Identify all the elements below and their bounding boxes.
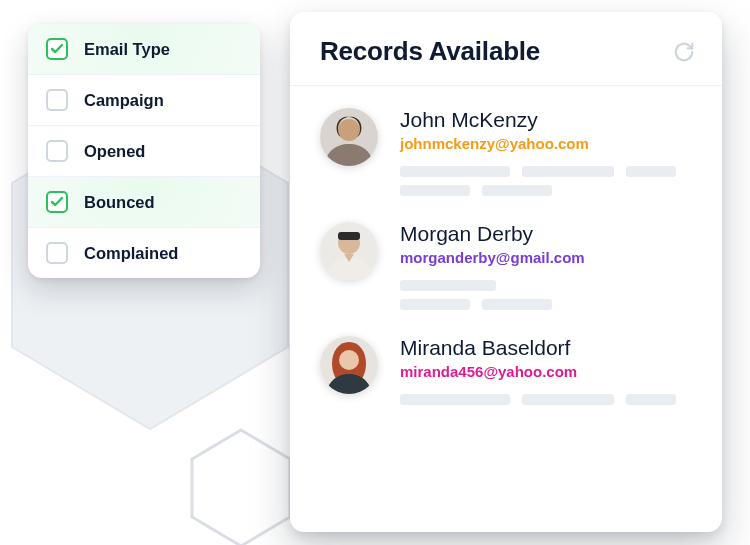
svg-point-4 — [338, 119, 360, 141]
avatar — [320, 108, 378, 166]
checkbox-icon — [46, 191, 68, 213]
record-row[interactable]: Miranda Baseldorf miranda456@yahoo.com — [290, 314, 722, 409]
refresh-button[interactable] — [672, 40, 696, 64]
filter-label: Campaign — [84, 91, 164, 110]
refresh-icon — [673, 41, 695, 63]
filter-label: Bounced — [84, 193, 155, 212]
svg-point-11 — [339, 350, 359, 370]
checkbox-icon — [46, 38, 68, 60]
skeleton-placeholder — [400, 280, 694, 310]
svg-rect-8 — [338, 232, 360, 240]
person-name: John McKenzy — [400, 108, 694, 131]
person-email: miranda456@yahoo.com — [400, 363, 694, 380]
avatar — [320, 222, 378, 280]
filter-label: Email Type — [84, 40, 170, 59]
person-info: John McKenzy johnmckenzy@yahoo.com — [400, 108, 694, 196]
person-info: Miranda Baseldorf miranda456@yahoo.com — [400, 336, 694, 405]
record-row[interactable]: Morgan Derby morganderby@gmail.com — [290, 200, 722, 314]
filter-row-email-type[interactable]: Email Type — [28, 24, 260, 75]
filter-card: Email Type Campaign Opened Bounced Compl… — [28, 24, 260, 278]
checkbox-icon — [46, 242, 68, 264]
checkbox-icon — [46, 140, 68, 162]
filter-row-bounced[interactable]: Bounced — [28, 177, 260, 228]
filter-row-opened[interactable]: Opened — [28, 126, 260, 177]
filter-row-campaign[interactable]: Campaign — [28, 75, 260, 126]
records-header: Records Available — [290, 12, 722, 86]
svg-marker-1 — [192, 430, 290, 545]
person-name: Miranda Baseldorf — [400, 336, 694, 359]
filter-row-complained[interactable]: Complained — [28, 228, 260, 278]
skeleton-placeholder — [400, 166, 694, 196]
filter-label: Complained — [84, 244, 178, 263]
avatar — [320, 336, 378, 394]
record-row[interactable]: John McKenzy johnmckenzy@yahoo.com — [290, 86, 722, 200]
person-name: Morgan Derby — [400, 222, 694, 245]
person-email: morganderby@gmail.com — [400, 249, 694, 266]
filter-label: Opened — [84, 142, 145, 161]
person-info: Morgan Derby morganderby@gmail.com — [400, 222, 694, 310]
background-hexagon-small — [186, 426, 296, 545]
records-title: Records Available — [320, 36, 540, 67]
skeleton-placeholder — [400, 394, 694, 405]
person-email: johnmckenzy@yahoo.com — [400, 135, 694, 152]
records-card: Records Available — [290, 12, 722, 532]
checkbox-icon — [46, 89, 68, 111]
